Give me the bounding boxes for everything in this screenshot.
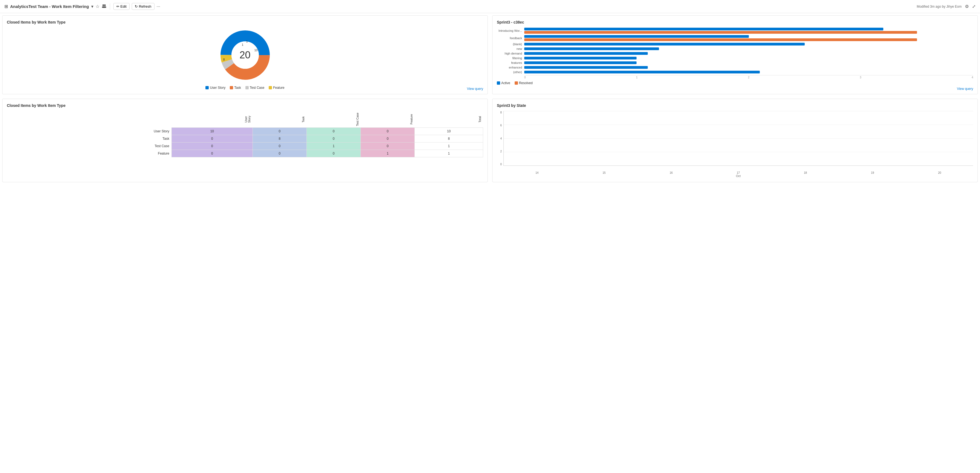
col-header-feature: Feature [361, 111, 415, 127]
legend-dot-active [497, 81, 500, 85]
hbar-active-0 [524, 28, 883, 30]
hbar-label-2: (blank) [497, 43, 524, 46]
y-label-4: 4 [500, 137, 502, 140]
data-table: User Story Task Test Case Feature Total … [7, 111, 483, 157]
hbar-row-enhanced: enhanced [497, 66, 973, 69]
chart-plot-area [503, 111, 973, 166]
col-header-test-case: Test Case [307, 111, 361, 127]
segment-label-1a: 1 [242, 43, 243, 46]
y-label-0: 0 [500, 163, 502, 166]
y-axis: 0 2 4 6 8 [497, 111, 503, 171]
legend-feature: Feature [269, 86, 284, 89]
settings-icon[interactable]: ⚙ [965, 4, 969, 9]
hbar-label-1: feedback [497, 37, 524, 40]
axis-4: 4 [972, 76, 973, 79]
topbar-right: Modified 3m ago by Jihye Eom ⚙ ⤢ [917, 4, 975, 9]
hbar-bars-4 [524, 52, 973, 55]
hbar-bars-5 [524, 57, 973, 59]
axis-0: 0 [524, 76, 526, 79]
refresh-button[interactable]: ↻ Refresh [132, 3, 154, 10]
empty-header [7, 111, 172, 127]
x-label-17: 17 [737, 171, 740, 174]
legend-label-test-case: Test Case [250, 86, 264, 89]
cell-tc-feature: 0 [361, 142, 415, 150]
main-grid: Closed Items by Work Item Type 20 10 8 1 [0, 13, 980, 185]
sprint-bar-card: Sprint3 - c38ec Introducing Wor... feedb… [492, 15, 978, 94]
more-icon[interactable]: ··· [157, 4, 160, 9]
donut-title: Closed Items by Work Item Type [7, 20, 483, 24]
table-row: Feature 0 0 0 1 1 [7, 150, 483, 157]
row-label-user-story: User Story [7, 127, 172, 135]
hbar-row-new: new [497, 47, 973, 51]
hbar-active-8 [524, 71, 760, 73]
hbar-row-other: (other) [497, 70, 973, 74]
stacked-title: Sprint3 by State [497, 104, 973, 108]
legend-label-user-story: User Story [210, 86, 226, 89]
page-title: AnalyticsTest Team - Work Item Filtering [10, 4, 89, 9]
legend-dot-test-case [245, 86, 249, 89]
hbar-label-8: (other) [497, 70, 524, 74]
donut-container: 20 10 8 1 1 User Story Task Test Case [7, 28, 483, 89]
table-row: Test Case 0 0 1 0 1 [7, 142, 483, 150]
x-axis-month: Oct [503, 174, 973, 178]
cell-feature-feature: 1 [361, 150, 415, 157]
hbar-label-5: filtering [497, 56, 524, 60]
cell-us-task: 0 [253, 127, 307, 135]
x-label-15: 15 [603, 171, 606, 174]
x-axis: 14 15 16 17 18 19 20 [503, 171, 973, 174]
hbar-active-6 [524, 61, 636, 64]
hbar-label-4: high demand [497, 52, 524, 55]
hbar-active-4 [524, 52, 648, 55]
donut-legend: User Story Task Test Case Feature [205, 86, 284, 89]
refresh-icon: ↻ [135, 5, 138, 8]
cell-task-total: 8 [415, 135, 483, 142]
hbar-label-6: features [497, 61, 524, 64]
donut-total: 20 [239, 49, 250, 61]
hbar-row-features: features [497, 61, 973, 64]
axis-1: 1 [636, 76, 638, 79]
topbar: ⊞ AnalyticsTest Team - Work Item Filteri… [0, 0, 980, 13]
hbar-axis: 0 1 2 3 4 [524, 75, 973, 79]
edit-button[interactable]: ✏ Edit [113, 3, 130, 10]
cell-tc-us: 0 [172, 142, 253, 150]
expand-icon[interactable]: ⤢ [972, 4, 975, 9]
axis-2: 2 [748, 76, 750, 79]
hbar-active-1 [524, 35, 749, 38]
cell-task-us: 0 [172, 135, 253, 142]
hbar-legend: Active Resolved [497, 81, 973, 85]
hbar-active-2 [524, 43, 805, 46]
legend-label-resolved: Resolved [519, 81, 533, 85]
sprint-view-query[interactable]: View query [957, 87, 973, 91]
row-label-feature: Feature [7, 150, 172, 157]
cell-task-tc: 0 [307, 135, 361, 142]
people-icon[interactable] [102, 4, 107, 9]
cell-feature-us: 0 [172, 150, 253, 157]
y-label-2: 2 [500, 150, 502, 153]
legend-dot-task [230, 86, 233, 89]
grid-icon: ⊞ [5, 4, 8, 9]
hbar-row-feedback: feedback [497, 35, 973, 41]
hbar-row-filtering: filtering [497, 56, 973, 60]
table-row: Task 0 8 0 0 8 [7, 135, 483, 142]
hbar-label-0: Introducing Wor... [497, 29, 524, 32]
x-label-18: 18 [804, 171, 807, 174]
segment-label-1b: 1 [246, 40, 248, 43]
donut-chart: 20 10 8 1 1 [218, 28, 272, 83]
donut-view-query[interactable]: View query [467, 87, 483, 91]
legend-active: Active [497, 81, 510, 85]
chevron-down-icon[interactable]: ▾ [91, 4, 94, 9]
cell-task-task: 8 [253, 135, 307, 142]
x-label-16: 16 [670, 171, 673, 174]
stacked-chart-area: 0 2 4 6 8 [497, 111, 973, 171]
cell-tc-task: 0 [253, 142, 307, 150]
legend-dot-user-story [205, 86, 209, 89]
segment-label-10: 10 [255, 48, 258, 52]
sprint-bar-title: Sprint3 - c38ec [497, 20, 973, 24]
table-row: User Story 10 0 0 0 10 [7, 127, 483, 135]
table-title: Closed Items by Work Item Type [7, 104, 483, 108]
stacked-card: Sprint3 by State 0 2 4 6 8 [492, 99, 978, 182]
star-icon[interactable]: ☆ [95, 4, 99, 9]
x-label-20: 20 [938, 171, 941, 174]
svg-point-1 [104, 5, 106, 6]
cell-us-tc: 0 [307, 127, 361, 135]
